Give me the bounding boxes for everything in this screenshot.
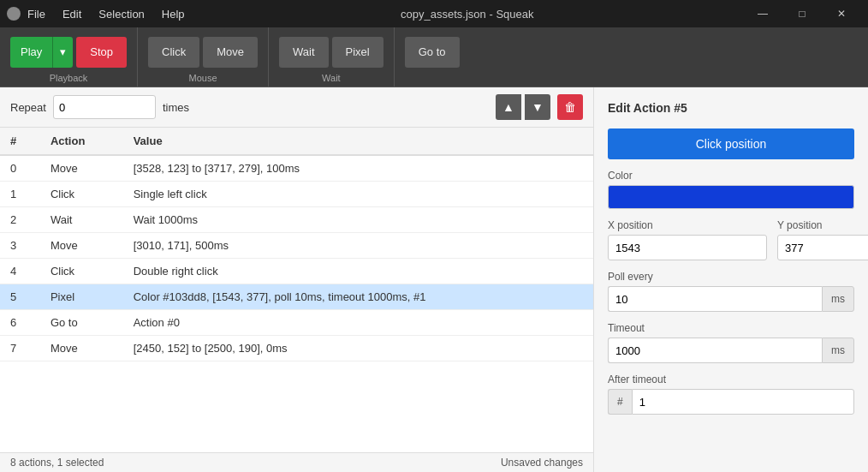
close-button[interactable]: ✕ [822, 0, 861, 27]
cell-value: Action #0 [123, 310, 593, 336]
cell-action: Move [40, 155, 123, 182]
color-swatch[interactable] [608, 185, 854, 209]
goto-button[interactable]: Go to [405, 37, 460, 68]
play-button[interactable]: Play [10, 37, 52, 68]
after-timeout-field: After timeout # [608, 373, 854, 415]
cell-action: Move [40, 233, 123, 259]
minimize-button[interactable]: — [743, 0, 782, 27]
position-fields: X position Y position [608, 219, 854, 260]
play-dropdown-button[interactable]: ▾ [52, 37, 73, 68]
wait-label: Wait [322, 73, 341, 83]
playback-buttons: Play ▾ Stop [10, 34, 127, 69]
cell-index: 4 [0, 259, 40, 284]
cell-action: Click [40, 259, 123, 284]
cell-index: 5 [0, 284, 40, 310]
click-position-button[interactable]: Click position [608, 128, 854, 159]
cell-index: 7 [0, 336, 40, 361]
repeat-bar: Repeat times ▲ ▼ 🗑 [0, 87, 593, 128]
pixel-button[interactable]: Pixel [332, 37, 383, 68]
after-timeout-label: After timeout [608, 373, 854, 385]
cell-action: Move [40, 336, 123, 361]
y-label: Y position [777, 219, 868, 231]
after-timeout-input[interactable] [632, 389, 854, 415]
move-down-button[interactable]: ▼ [525, 94, 550, 120]
timeout-input-group: ms [608, 338, 854, 363]
y-position-field: Y position [777, 219, 868, 260]
table-row[interactable]: 2WaitWait 1000ms [0, 207, 593, 233]
poll-label: Poll every [608, 271, 854, 283]
timeout-input[interactable] [608, 338, 822, 363]
maximize-button[interactable]: □ [782, 0, 822, 27]
cell-index: 0 [0, 155, 40, 182]
table-row[interactable]: 3Move[3010, 171], 500ms [0, 233, 593, 259]
goto-buttons: Go to [405, 34, 460, 69]
move-button[interactable]: Move [203, 37, 258, 68]
play-group: Play ▾ [10, 37, 73, 68]
playback-label: Playback [50, 73, 88, 83]
wait-buttons: Wait Pixel [279, 34, 383, 69]
repeat-input[interactable] [53, 95, 156, 119]
poll-input-group: ms [608, 286, 854, 312]
col-value: Value [123, 128, 593, 155]
titlebar: File Edit Selection Help copy_assets.jso… [0, 0, 868, 27]
click-button[interactable]: Click [148, 37, 199, 68]
menu-help[interactable]: Help [155, 4, 192, 24]
cell-index: 6 [0, 310, 40, 336]
color-field: Color [608, 170, 854, 209]
menu-file[interactable]: File [21, 4, 52, 24]
status-right: Unsaved changes [501, 457, 583, 469]
x-input[interactable] [608, 235, 767, 260]
cell-action: Go to [40, 310, 123, 336]
toolbar-group-playback: Play ▾ Stop Playback [0, 27, 138, 87]
after-timeout-prefix: # [608, 389, 632, 415]
cell-action: Click [40, 182, 123, 207]
table-row[interactable]: 6Go toAction #0 [0, 310, 593, 336]
poll-unit: ms [822, 286, 854, 312]
menu-selection[interactable]: Selection [92, 4, 151, 24]
stop-button[interactable]: Stop [76, 37, 127, 68]
cell-action: Wait [40, 207, 123, 233]
app-icon [7, 7, 21, 21]
menu-edit[interactable]: Edit [56, 4, 88, 24]
col-action: Action [40, 128, 123, 155]
timeout-field: Timeout ms [608, 322, 854, 363]
table-row[interactable]: 4ClickDouble right click [0, 259, 593, 284]
toolbar: Play ▾ Stop Playback Click Move Mouse Wa… [0, 27, 868, 87]
timeout-label: Timeout [608, 322, 854, 334]
action-table: # Action Value 0Move[3528, 123] to [3717… [0, 128, 593, 452]
x-position-field: X position [608, 219, 767, 260]
left-panel: Repeat times ▲ ▼ 🗑 # Action Value [0, 87, 594, 472]
toolbar-group-mouse: Click Move Mouse [138, 27, 269, 87]
poll-field: Poll every ms [608, 271, 854, 312]
table-row[interactable]: 5PixelColor #103dd8, [1543, 377], poll 1… [0, 284, 593, 310]
cell-value: [3010, 171], 500ms [123, 233, 593, 259]
table-row[interactable]: 1ClickSingle left click [0, 182, 593, 207]
mouse-buttons: Click Move [148, 34, 258, 69]
cell-value: [2450, 152] to [2500, 190], 0ms [123, 336, 593, 361]
timeout-unit: ms [822, 338, 854, 363]
cell-index: 2 [0, 207, 40, 233]
after-timeout-input-group: # [608, 389, 854, 415]
toolbar-group-wait: Wait Pixel Wait [269, 27, 395, 87]
right-panel: Edit Action #5 Click position Color X po… [594, 87, 868, 472]
move-up-button[interactable]: ▲ [496, 94, 521, 120]
delete-button[interactable]: 🗑 [557, 94, 583, 120]
mouse-label: Mouse [189, 73, 217, 83]
table-header: # Action Value [0, 128, 593, 155]
move-controls: ▲ ▼ 🗑 [496, 94, 583, 120]
cell-value: Single left click [123, 182, 593, 207]
status-left: 8 actions, 1 selected [10, 457, 104, 469]
window-controls: — □ ✕ [743, 0, 861, 27]
wait-button[interactable]: Wait [279, 37, 329, 68]
y-input[interactable] [777, 235, 868, 260]
cell-index: 1 [0, 182, 40, 207]
cell-value: Color #103dd8, [1543, 377], poll 10ms, t… [123, 284, 593, 310]
action-number: #5 [674, 101, 687, 115]
table-row[interactable]: 7Move[2450, 152] to [2500, 190], 0ms [0, 336, 593, 361]
repeat-times-label: times [163, 101, 189, 114]
menu-bar: File Edit Selection Help [21, 4, 192, 24]
table-row[interactable]: 0Move[3528, 123] to [3717, 279], 100ms [0, 155, 593, 182]
toolbar-group-goto: Go to x [395, 27, 470, 87]
status-bar: 8 actions, 1 selected Unsaved changes [0, 452, 593, 472]
poll-input[interactable] [608, 286, 822, 312]
